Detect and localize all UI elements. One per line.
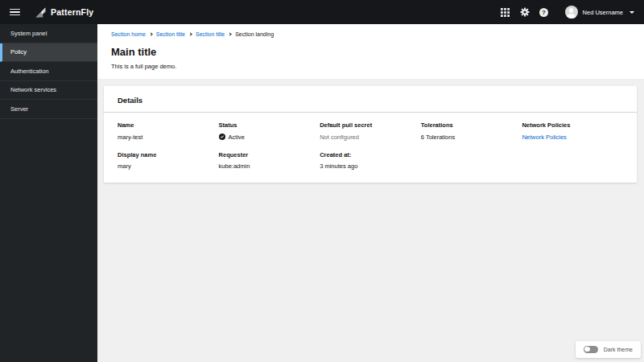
- chevron-right-icon: [149, 33, 152, 36]
- field-requester: Requester kube:admin: [219, 151, 320, 171]
- field-created-at: Created at: 3 minutes ago: [320, 151, 421, 171]
- breadcrumb-current: Section landing: [235, 31, 274, 37]
- sidebar-item-authentication[interactable]: Authentication: [0, 62, 97, 81]
- chevron-right-icon: [229, 33, 232, 36]
- breadcrumb: Section home Section title Section title…: [111, 31, 630, 37]
- breadcrumb-link[interactable]: Section home: [111, 31, 146, 37]
- main-content: Section home Section title Section title…: [97, 24, 644, 362]
- field-network-policies: Network Policies Network Policies: [522, 121, 623, 141]
- menu-toggle-icon[interactable]: [10, 9, 20, 16]
- description-list: Name mary-test Status Active: [118, 121, 623, 170]
- sidebar-item-server[interactable]: Server: [0, 100, 97, 119]
- settings-gear-icon[interactable]: [515, 2, 535, 22]
- caret-down-icon: [630, 11, 634, 14]
- field-display-name: Display name mary: [118, 151, 219, 171]
- sidebar-nav: System panel Policy Authentication Netwo…: [0, 24, 97, 362]
- dark-theme-switch[interactable]: [584, 346, 598, 354]
- card-body: Name mary-test Status Active: [104, 113, 637, 183]
- app-launcher-icon[interactable]: [496, 2, 515, 22]
- help-icon[interactable]: ?: [535, 2, 554, 22]
- field-tolerations: Tolerations 6 Tolerations: [421, 121, 522, 141]
- switch-knob: [584, 347, 589, 352]
- sidebar-item-policy[interactable]: Policy: [0, 43, 97, 63]
- page-subtitle: This is a full page demo.: [111, 63, 630, 70]
- theme-toggle-label: Dark theme: [604, 347, 633, 352]
- sidebar-item-network-services[interactable]: Network services: [0, 81, 97, 101]
- chevron-right-icon: [188, 33, 192, 36]
- check-circle-icon: [219, 134, 225, 140]
- theme-toggle-pill: Dark theme: [576, 341, 641, 359]
- page-header: Section home Section title Section title…: [97, 24, 644, 79]
- brand[interactable]: PatternFly: [35, 6, 93, 19]
- network-policies-link[interactable]: Network Policies: [522, 134, 623, 141]
- field-status: Status Active: [219, 121, 320, 141]
- card-title: Details: [104, 86, 637, 112]
- avatar: [565, 6, 578, 19]
- patternfly-logo-icon: [35, 6, 47, 19]
- breadcrumb-link[interactable]: Section title: [156, 31, 185, 37]
- field-name: Name mary-test: [118, 121, 219, 141]
- breadcrumb-link[interactable]: Section title: [196, 31, 225, 37]
- user-name: Ned Username: [583, 9, 623, 16]
- masthead: PatternFly ?: [0, 0, 644, 24]
- masthead-toolbar: ? Ned Username: [496, 2, 634, 22]
- sidebar-item-system-panel[interactable]: System panel: [0, 24, 97, 43]
- field-default-pull-secret: Default pull secret Not configured: [320, 121, 421, 141]
- status-text: Active: [229, 134, 245, 141]
- brand-title: PatternFly: [51, 7, 93, 17]
- user-menu[interactable]: Ned Username: [565, 6, 634, 19]
- details-card: Details Name mary-test Status: [104, 86, 637, 183]
- page-title: Main title: [111, 46, 630, 58]
